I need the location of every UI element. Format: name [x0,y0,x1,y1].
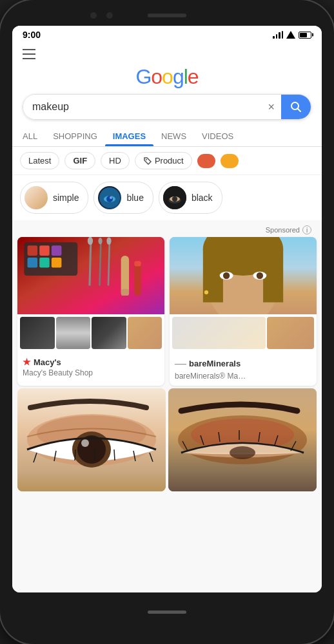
card-info-macys: ★ Macy's Macy's Beauty Shop [17,352,164,383]
info-icon[interactable]: i [302,225,311,234]
clear-button[interactable]: × [261,95,281,119]
o1-letter: o [151,65,162,88]
filter-hd[interactable]: HD [101,152,130,169]
svg-rect-20 [28,258,38,268]
battery-icon [299,32,311,39]
svg-rect-21 [39,258,50,268]
filter-latest[interactable]: Latest [20,152,59,169]
search-input[interactable] [23,95,261,119]
brand-dash-bareminerals: — [175,357,186,370]
svg-rect-3 [23,58,35,59]
signal-bar-4 [282,31,284,39]
tab-images[interactable]: IMAGES [105,126,153,146]
search-button[interactable] [281,95,311,119]
filter-bar: Latest GIF HD Product [12,147,322,175]
status-bar: 9:00 [12,26,322,44]
filter-product[interactable]: Product [135,152,192,169]
google-text: Google [135,65,198,89]
phone-bottom [0,592,334,631]
strip-brushes [56,317,91,349]
svg-point-24 [88,237,93,245]
svg-point-59 [230,446,255,459]
home-indicator[interactable] [148,611,186,614]
eye-image-right[interactable] [168,388,317,491]
card-subtitle-macys: Macy's Beauty Shop [23,368,159,377]
sponsored-label: Sponsored i [17,223,317,237]
svg-point-28 [106,237,111,244]
tag-icon [143,156,152,166]
svg-rect-30 [121,289,129,296]
brand-name-bareminerals: bareMinerals [189,359,241,368]
strip-palette [20,317,55,349]
pill-avatar-simple [25,186,48,209]
suggestion-label-blue: blue [126,193,143,203]
tab-videos[interactable]: VIDEOS [194,126,241,146]
pill-avatar-blue [98,186,121,209]
svg-rect-1 [23,49,35,50]
card-brand-macys: ★ Macy's [23,357,159,367]
filter-color-orange[interactable] [221,154,239,168]
svg-point-47 [77,435,106,464]
svg-line-5 [298,109,301,112]
tab-news[interactable]: NEWS [153,126,194,146]
product-label: Product [155,156,184,166]
woman-face-svg [170,237,317,314]
phone-device: 9:00 [0,0,334,644]
tab-shopping[interactable]: SHOPPING [45,126,105,146]
menu-button[interactable] [23,49,311,62]
search-bar[interactable]: × [23,94,311,120]
signal-bar-3 [279,32,280,39]
macys-product-svg [17,237,164,314]
svg-marker-0 [286,31,295,39]
o2-letter: o [162,65,173,88]
card-info-bareminerals: — bareMinerals bareMinerals® Ma… [170,352,317,386]
google-logo: Google [23,65,311,89]
blue-eye-icon [98,186,121,209]
svg-point-39 [223,272,230,279]
svg-point-42 [204,290,208,294]
bottom-images-row [12,386,322,497]
svg-point-9 [106,196,113,202]
cards-row: ★ Macy's Macy's Beauty Shop [17,237,317,386]
svg-point-48 [81,439,89,447]
svg-rect-31 [134,262,141,296]
pill-avatar-black [163,186,186,209]
hamburger-icon [23,49,35,59]
signal-bar-1 [273,36,275,39]
signal-icon [273,31,283,39]
black-eye-icon [163,186,186,209]
camera-right [106,12,113,19]
strip-kit [92,317,126,349]
suggestion-simple[interactable]: simple [20,182,88,214]
svg-rect-17 [28,245,38,256]
g2-letter: g [173,65,184,88]
card-bottom-strip-macys [17,314,164,352]
strip-product-bm [267,317,314,349]
tab-all[interactable]: ALL [15,126,45,146]
filter-gif[interactable]: GIF [64,152,95,169]
svg-point-41 [257,272,263,279]
battery-fill [300,33,307,37]
suggestion-blue[interactable]: blue [93,182,153,214]
suggestions-row: simple blue [12,175,322,220]
g-letter: G [135,65,151,88]
card-macys[interactable]: ★ Macy's Macy's Beauty Shop [17,237,164,386]
brand-name-macys: Macy's [34,357,61,367]
svg-point-6 [146,159,147,160]
suggestion-black[interactable]: black [159,182,222,214]
filter-color-red[interactable] [197,154,215,168]
brand-star-macys: ★ [23,357,31,367]
svg-rect-32 [134,261,141,266]
card-image-macys [17,237,164,314]
eye-image-left[interactable] [17,388,166,491]
suggestion-label-black: black [192,193,213,203]
signal-bar-2 [276,34,278,39]
card-bareminerals[interactable]: — bareMinerals bareMinerals® Ma… [170,237,317,386]
card-subtitle-bareminerals: bareMinerals® Ma… [175,372,311,381]
speaker [148,14,186,17]
svg-point-14 [172,196,177,202]
camera-left [90,12,97,19]
content-area: simple blue [12,175,322,592]
status-time: 9:00 [23,30,41,40]
e-letter: e [188,65,199,88]
